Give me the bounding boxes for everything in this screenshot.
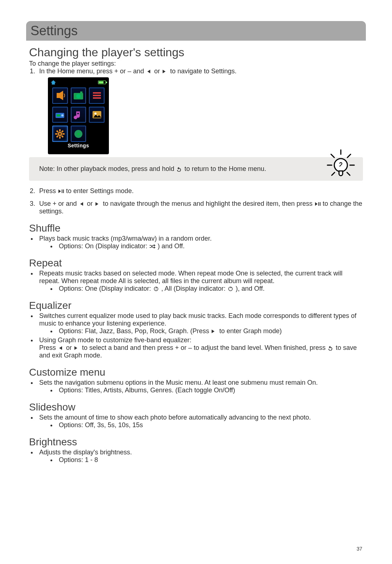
equalizer-list: Switches current equalizer mode used to … [37,312,363,359]
repeat-item: Repeats music tracks based on selected m… [37,270,363,293]
page-title: Settings [30,23,362,38]
note-body: In other playback modes, press and hold [57,165,176,172]
brightness-item: Adjusts the display's brightness. Option… [37,449,363,464]
repeat-options: Options: One (Display indicator: , All (… [57,285,363,293]
equalizer-item-1: Switches current equalizer mode used to … [37,312,363,335]
shuffle-icon [149,244,156,249]
customize-item: Sets the navigation submenu options in t… [37,379,363,394]
repeat-one-icon [153,286,159,291]
step-2: Press to enter Settings mode. [37,187,363,195]
device-menu-grid [50,85,107,143]
title-bar: Settings [26,21,366,41]
previous-track-icon [79,201,85,207]
page-number: 37 [356,546,362,552]
brightness-options: Options: 1 - 8 [57,456,363,464]
back-return-icon [327,346,334,351]
note-tail: to return to the Home menu. [184,165,266,172]
tile-video [71,87,86,104]
section-heading-changing: Changing the player's settings [29,46,363,59]
tile-audiobooks [89,87,105,104]
heading-brightness: Brightness [29,436,363,448]
tile-radio [52,107,68,123]
shuffle-item: Plays back music tracks (mp3/wma/wav) in… [37,235,363,250]
tile-music [71,107,86,123]
previous-track-icon [146,69,152,74]
device-caption: Settings [50,143,107,148]
tile-photo [89,107,105,123]
brightness-list: Adjusts the display's brightness. Option… [37,449,363,464]
note-box: Note: In other playback modes, press and… [29,157,363,181]
equalizer-options: Options: Flat, Jazz, Bass, Pop, Rock, Gr… [57,327,363,335]
customize-options: Options: Titles, Artists, Albums, Genres… [57,387,363,394]
page: Settings Changing the player's settings … [0,0,392,564]
heading-slideshow: Slideshow [29,401,363,413]
slideshow-item: Sets the amount of time to show each pho… [37,414,363,429]
heading-shuffle: Shuffle [29,222,363,234]
next-track-icon [95,201,101,207]
heading-equalizer: Equalizer [29,300,363,311]
play-pause-icon [314,201,321,207]
heading-customize: Customize menu [29,367,363,378]
next-track-icon [162,69,168,74]
device-screenshot: Settings [48,77,109,154]
next-track-icon [211,329,217,334]
play-pause-icon [58,189,64,194]
shuffle-list: Plays back music tracks (mp3/wma/wav) in… [37,235,363,250]
shuffle-options: Options: On (Display indicator: ) and Of… [57,242,363,250]
heading-repeat: Repeat [29,257,363,269]
step-3: Use + or and or to navigate through the … [37,200,363,215]
device-statusbar [50,79,107,85]
repeat-all-icon [227,286,234,291]
tile-now-playing [52,87,68,104]
battery-icon [98,81,106,84]
tile-settings [52,126,68,142]
lightbulb-tip-icon [324,148,357,180]
home-icon [51,80,56,85]
steps-list-cont: Press to enter Settings mode. Use + or a… [37,187,363,215]
repeat-list: Repeats music tracks based on selected m… [37,270,363,293]
note-prefix: Note: [39,165,57,172]
back-return-icon [176,167,183,172]
intro-text: To change the player settings: [29,60,363,68]
equalizer-item-2: Using Graph mode to customize five-band … [37,336,363,359]
steps-list: In the Home menu, press + or – and or to… [37,68,363,154]
slideshow-list: Sets the amount of time to show each pho… [37,414,363,429]
step-1: In the Home menu, press + or – and or to… [37,68,363,154]
previous-track-icon [58,346,64,351]
slideshow-options: Options: Off, 3s, 5s, 10s, 15s [57,421,363,429]
next-track-icon [74,346,80,351]
customize-list: Sets the navigation submenu options in t… [37,379,363,394]
tile-playlists [71,126,86,142]
